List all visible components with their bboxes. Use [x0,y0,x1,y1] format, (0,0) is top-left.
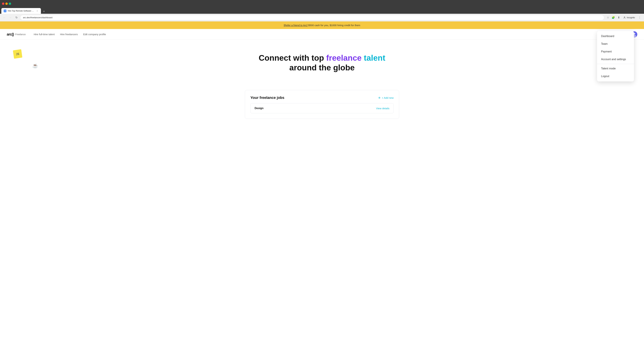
dropdown-item-payment[interactable]: Payment [597,48,634,55]
dropdown-item-talent-mode[interactable]: Talent mode [597,65,634,72]
dropdown-item-account-settings[interactable]: Account and settings [597,55,634,63]
dropdown-overlay[interactable] [0,0,644,362]
dropdown-item-dashboard[interactable]: Dashboard [597,32,634,40]
dropdown-item-team[interactable]: Team [597,40,634,48]
user-dropdown-menu: Dashboard Team Payment Account and setti… [597,31,634,81]
dropdown-item-logout[interactable]: Logout [597,72,634,80]
